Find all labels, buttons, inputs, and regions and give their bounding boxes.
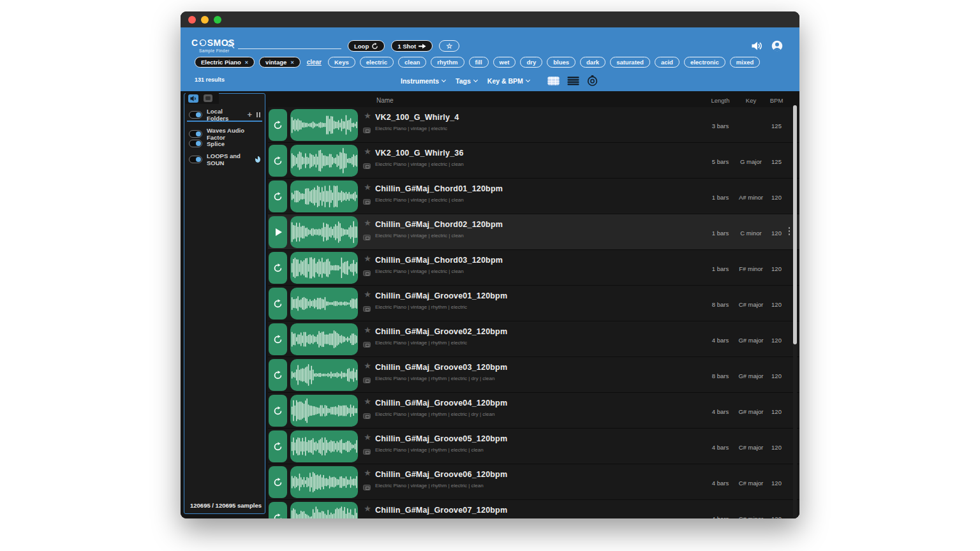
suggested-tag-pill[interactable]: dark <box>580 57 605 68</box>
drag-icon[interactable] <box>363 128 371 133</box>
row-menu-icon[interactable] <box>786 227 792 235</box>
play-loop-button[interactable] <box>269 502 287 518</box>
drag-icon[interactable] <box>363 306 371 312</box>
sample-row[interactable]: ★ Chillin_G#Maj_Groove03_120bpm Electric… <box>268 357 799 393</box>
suggested-tag-pill[interactable]: saturated <box>610 57 650 68</box>
clear-tags-link[interactable]: clear <box>307 59 322 66</box>
sample-row[interactable]: ★ Chillin_G#Maj_Chord01_120bpm Electric … <box>268 179 799 214</box>
play-loop-button[interactable] <box>269 145 287 177</box>
favorite-star-icon[interactable]: ★ <box>362 182 373 192</box>
drag-icon[interactable] <box>363 199 371 205</box>
pause-scan-icon[interactable] <box>256 112 260 117</box>
favorite-star-icon[interactable]: ★ <box>362 397 373 406</box>
selected-tag-pill[interactable]: vintage× <box>259 57 301 68</box>
suggested-tag-pill[interactable]: clean <box>398 57 426 68</box>
suggested-tag-pill[interactable]: electronic <box>684 57 725 68</box>
column-header-name[interactable]: Name <box>376 97 394 104</box>
favorites-filter-button[interactable]: ☆ <box>439 40 459 52</box>
drag-icon[interactable] <box>363 163 371 169</box>
waveform-thumbnail[interactable] <box>290 430 358 462</box>
waveform-thumbnail[interactable] <box>290 252 358 284</box>
play-loop-button[interactable] <box>269 395 287 427</box>
account-icon[interactable] <box>771 40 783 52</box>
sample-row[interactable]: ★ VK2_100_G_Whirly_36 Electric Piano | v… <box>268 143 799 179</box>
sample-row[interactable]: ★ VK2_100_G_Whirly_4 Electric Piano | vi… <box>268 107 799 143</box>
waveform-thumbnail[interactable] <box>290 466 358 498</box>
source-toggle[interactable] <box>189 156 202 163</box>
remove-tag-icon[interactable]: × <box>245 59 248 66</box>
sample-row[interactable]: ★ Chillin_G#Maj_Chord03_120bpm Electric … <box>268 250 799 286</box>
column-header-bpm[interactable]: BPM <box>761 97 792 104</box>
minimize-window-button[interactable] <box>201 16 209 24</box>
waveform-thumbnail[interactable] <box>290 180 358 212</box>
suggested-tag-pill[interactable]: mixed <box>730 57 760 68</box>
sound-sources-tab-icon[interactable] <box>188 94 198 103</box>
waveform-thumbnail[interactable] <box>290 359 358 391</box>
drag-icon[interactable] <box>363 449 371 455</box>
list-view-icon[interactable] <box>567 77 579 85</box>
sample-row[interactable]: ★ Chillin_G#Maj_Chord02_120bpm Electric … <box>268 214 799 250</box>
favorite-star-icon[interactable]: ★ <box>362 468 373 478</box>
play-loop-button[interactable] <box>269 466 287 498</box>
drag-icon[interactable] <box>363 342 371 348</box>
suggested-tag-pill[interactable]: rhythm <box>431 57 464 68</box>
scrollbar-thumb[interactable] <box>793 105 797 344</box>
sample-row[interactable]: ★ Chillin_G#Maj_Groove01_120bpm Electric… <box>268 286 799 321</box>
favorite-star-icon[interactable]: ★ <box>362 254 373 263</box>
sample-row[interactable]: ★ Chillin_G#Maj_Groove02_120bpm Electric… <box>268 321 799 357</box>
suggested-tag-pill[interactable]: Keys <box>328 57 355 68</box>
favorite-star-icon[interactable]: ★ <box>362 325 373 335</box>
waveform-thumbnail[interactable] <box>290 216 358 248</box>
play-loop-button[interactable] <box>269 323 287 355</box>
search-bar[interactable] <box>226 40 341 49</box>
play-loop-button[interactable] <box>269 359 287 391</box>
favorite-star-icon[interactable]: ★ <box>362 290 373 299</box>
search-input[interactable] <box>238 40 341 49</box>
cosmos-view-icon[interactable] <box>587 75 598 86</box>
play-loop-button[interactable] <box>269 252 287 284</box>
drag-icon[interactable] <box>363 270 371 276</box>
suggested-tag-pill[interactable]: fill <box>469 57 489 68</box>
remove-tag-icon[interactable]: × <box>290 59 293 66</box>
drag-icon[interactable] <box>363 485 371 490</box>
filter-dropdown-tags[interactable]: Tags <box>456 77 477 85</box>
play-loop-button[interactable] <box>269 180 287 212</box>
play-loop-button[interactable] <box>269 430 287 462</box>
drag-icon[interactable] <box>363 235 371 240</box>
local-folders-toggle[interactable] <box>189 111 202 119</box>
waveform-thumbnail[interactable] <box>290 145 358 177</box>
sample-row[interactable]: ★ Chillin_G#Maj_Groove07_120bpm 4 bars C… <box>268 500 799 518</box>
suggested-tag-pill[interactable]: electric <box>360 57 394 68</box>
waveform-thumbnail[interactable] <box>290 288 358 320</box>
play-loop-button[interactable] <box>269 109 287 141</box>
sample-row[interactable]: ★ Chillin_G#Maj_Groove05_120bpm Electric… <box>268 429 799 464</box>
source-toggle[interactable] <box>189 130 202 138</box>
favorite-star-icon[interactable]: ★ <box>362 432 373 442</box>
favorite-star-icon[interactable]: ★ <box>362 111 373 121</box>
volume-icon[interactable] <box>752 41 762 50</box>
plugins-tab-icon[interactable] <box>204 94 212 102</box>
sample-row[interactable]: ★ Chillin_G#Maj_Groove04_120bpm Electric… <box>268 393 799 429</box>
sample-row[interactable]: ★ Chillin_G#Maj_Groove06_120bpm Electric… <box>268 464 799 500</box>
waveform-thumbnail[interactable] <box>290 323 358 355</box>
favorite-star-icon[interactable]: ★ <box>362 361 373 371</box>
loop-mode-button[interactable]: Loop <box>348 40 385 52</box>
add-folder-icon[interactable]: + <box>247 112 252 118</box>
drag-icon[interactable] <box>363 413 371 419</box>
grid-view-icon[interactable] <box>547 77 560 85</box>
suggested-tag-pill[interactable]: acid <box>655 57 679 68</box>
suggested-tag-pill[interactable]: blues <box>547 57 575 68</box>
zoom-window-button[interactable] <box>214 16 221 24</box>
favorite-star-icon[interactable]: ★ <box>362 218 373 228</box>
one-shot-mode-button[interactable]: 1 Shot <box>391 40 433 52</box>
waveform-thumbnail[interactable] <box>290 502 358 518</box>
waveform-thumbnail[interactable] <box>290 109 358 141</box>
favorite-star-icon[interactable]: ★ <box>362 147 373 156</box>
suggested-tag-pill[interactable]: wet <box>493 57 516 68</box>
source-toggle[interactable] <box>189 140 202 147</box>
drag-icon[interactable] <box>363 378 371 383</box>
play-loop-button[interactable] <box>269 216 287 248</box>
suggested-tag-pill[interactable]: dry <box>520 57 542 68</box>
waveform-thumbnail[interactable] <box>290 395 358 427</box>
selected-tag-pill[interactable]: Electric Piano× <box>195 57 255 68</box>
